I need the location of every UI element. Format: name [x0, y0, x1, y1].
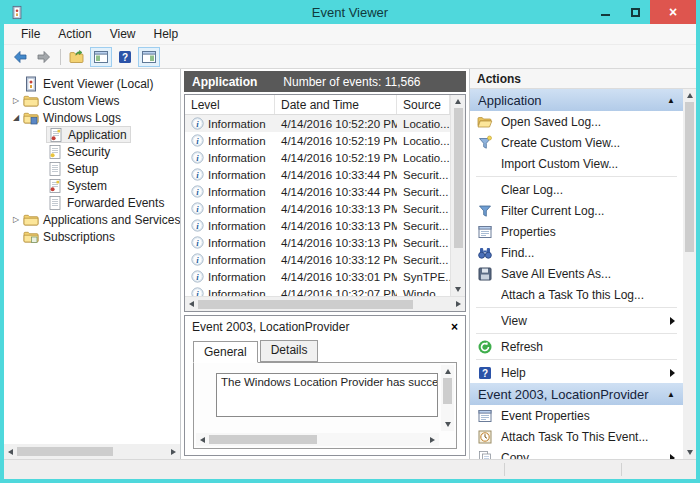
action-open-saved-log[interactable]: Open Saved Log...: [470, 111, 683, 132]
scroll-up-icon[interactable]: [451, 95, 464, 108]
tree-item-applications-and-services-lo[interactable]: ▷Applications and Services Lo: [4, 211, 180, 228]
close-detail-icon[interactable]: ×: [451, 320, 458, 334]
scrollbar-thumb[interactable]: [443, 378, 452, 404]
toolbar-button-open-saved-log[interactable]: [66, 47, 88, 67]
event-viewer-window: Event Viewer × FileActionViewHelp ? Even…: [0, 0, 700, 483]
action-filter-current-log[interactable]: Filter Current Log...: [470, 200, 683, 221]
scroll-left-icon[interactable]: [185, 298, 198, 311]
column-header-source[interactable]: Source: [397, 95, 450, 114]
toolbar-button-help[interactable]: ?: [114, 47, 136, 67]
tab-general[interactable]: General: [193, 341, 258, 363]
tree-item-custom-views[interactable]: ▷Custom Views: [4, 92, 180, 109]
table-row[interactable]: iInformation4/14/2016 10:33:01 PMSynTPE.…: [185, 268, 450, 285]
source-cell: Locatio...: [397, 135, 450, 147]
expander-icon[interactable]: ▷: [10, 96, 22, 105]
action-event-properties[interactable]: Event Properties: [470, 405, 683, 426]
action-create-custom-view[interactable]: Create Custom View...: [470, 132, 683, 153]
funnel-icon: [477, 203, 493, 219]
table-row[interactable]: iInformation4/14/2016 10:33:12 PMSecurit…: [185, 251, 450, 268]
toolbar-button-action-pane-toggle[interactable]: [138, 47, 160, 67]
scrollbar-thumb[interactable]: [198, 300, 413, 309]
tree-item-windows-logs[interactable]: ◢Windows Logs: [4, 109, 180, 126]
detail-horizontal-scrollbar[interactable]: [196, 433, 439, 446]
tree-item-forwarded-events[interactable]: Forwarded Events: [4, 194, 180, 211]
tree-item-event-viewer-local[interactable]: Event Viewer (Local): [4, 75, 180, 92]
table-vertical-scrollbar[interactable]: [450, 95, 465, 296]
scroll-down-icon[interactable]: [441, 418, 454, 431]
detail-tab-content: The Windows Location Provider has succes…: [193, 362, 457, 449]
menu-action[interactable]: Action: [49, 24, 100, 45]
scroll-right-icon[interactable]: [426, 433, 439, 446]
tree-item-application[interactable]: Application: [4, 126, 180, 143]
minimize-button[interactable]: [590, 0, 620, 24]
collapse-icon[interactable]: ▲: [667, 390, 675, 399]
scroll-right-icon[interactable]: [167, 445, 180, 458]
actions-section-header-application[interactable]: Application▲: [470, 89, 683, 111]
tree-item-security[interactable]: Security: [4, 143, 180, 160]
table-row[interactable]: iInformation4/14/2016 10:33:44 PMSecurit…: [185, 166, 450, 183]
console-tree-toggle-icon: [93, 49, 109, 65]
action-refresh[interactable]: Refresh: [470, 336, 683, 357]
column-header-date-and-time[interactable]: Date and Time: [275, 95, 397, 114]
toolbar-button-back-arrow[interactable]: [9, 47, 31, 67]
actions-vertical-scrollbar[interactable]: [683, 89, 696, 459]
action-import-custom-view[interactable]: Import Custom View...: [470, 153, 683, 174]
action-copy[interactable]: Copy: [470, 447, 683, 459]
scrollbar-thumb[interactable]: [454, 108, 463, 248]
scroll-right-icon[interactable]: [452, 298, 465, 311]
scrollbar-thumb[interactable]: [209, 435, 317, 444]
scroll-left-icon[interactable]: [4, 445, 17, 458]
level-text: Information: [208, 135, 266, 147]
scrollbar-thumb[interactable]: [17, 447, 113, 456]
actions-section-header-event-2003-locationprovider[interactable]: Event 2003, LocationProvider▲: [470, 383, 683, 405]
table-row[interactable]: iInformation4/14/2016 10:33:13 PMSecurit…: [185, 234, 450, 251]
table-horizontal-scrollbar[interactable]: [185, 296, 465, 311]
table-row[interactable]: iInformation4/14/2016 10:32:07 PMWindo..…: [185, 285, 450, 296]
table-row[interactable]: iInformation4/14/2016 10:52:19 PMLocatio…: [185, 132, 450, 149]
detail-vertical-scrollbar[interactable]: [441, 365, 454, 431]
table-row[interactable]: iInformation4/14/2016 10:33:13 PMSecurit…: [185, 217, 450, 234]
tree-item-subscriptions[interactable]: Subscriptions: [4, 228, 180, 245]
action-attach-task-to-this-event[interactable]: Attach Task To This Event...: [470, 426, 683, 447]
action-find[interactable]: Find...: [470, 242, 683, 263]
tree-item-label: Security: [67, 145, 110, 159]
menu-view[interactable]: View: [101, 24, 145, 45]
menu-file[interactable]: File: [12, 24, 49, 45]
action-view[interactable]: View: [470, 310, 683, 331]
action-save-all-events-as[interactable]: Save All Events As...: [470, 263, 683, 284]
action-help[interactable]: ?Help: [470, 362, 683, 383]
menu-help[interactable]: Help: [145, 24, 188, 45]
tab-details[interactable]: Details: [260, 340, 319, 362]
action-properties[interactable]: Properties: [470, 221, 683, 242]
collapse-icon[interactable]: ▲: [667, 96, 675, 105]
close-button[interactable]: ×: [650, 0, 696, 24]
toolbar-button-console-tree-toggle[interactable]: [90, 47, 112, 67]
table-row[interactable]: iInformation4/14/2016 10:33:13 PMSecurit…: [185, 200, 450, 217]
scroll-down-icon[interactable]: [683, 446, 696, 459]
tree-item-system[interactable]: System: [4, 177, 180, 194]
console-tree-pane: Event Viewer (Local)▷Custom Views◢Window…: [4, 69, 181, 459]
tree-item-label: Applications and Services Lo: [43, 213, 181, 227]
tree-item-label: Setup: [67, 162, 98, 176]
tree-item-setup[interactable]: Setup: [4, 160, 180, 177]
maximize-button[interactable]: [620, 0, 650, 24]
action-attach-a-task-to-this-log[interactable]: Attach a Task To this Log...: [470, 284, 683, 305]
scroll-down-icon[interactable]: [451, 283, 464, 296]
column-header-level[interactable]: Level: [185, 95, 275, 114]
scroll-up-icon[interactable]: [683, 89, 696, 102]
expander-icon[interactable]: ▷: [10, 215, 22, 224]
detail-tabs: GeneralDetails: [185, 337, 465, 362]
table-row[interactable]: iInformation4/14/2016 10:33:44 PMSecurit…: [185, 183, 450, 200]
event-description-box[interactable]: The Windows Location Provider has succes…: [216, 373, 438, 417]
tree-horizontal-scrollbar[interactable]: [4, 444, 180, 459]
table-row[interactable]: iInformation4/14/2016 10:52:19 PMLocatio…: [185, 149, 450, 166]
action-clear-log[interactable]: Clear Log...: [470, 179, 683, 200]
scroll-left-icon[interactable]: [196, 433, 209, 446]
open-folder-icon: [477, 114, 493, 130]
table-row[interactable]: iInformation4/14/2016 10:52:20 PMLocatio…: [185, 115, 450, 132]
scrollbar-thumb[interactable]: [685, 102, 694, 252]
scroll-up-icon[interactable]: [441, 365, 454, 378]
title-bar[interactable]: Event Viewer ×: [4, 0, 696, 24]
toolbar-button-forward-arrow[interactable]: [33, 47, 55, 67]
expander-icon[interactable]: ◢: [10, 113, 22, 122]
